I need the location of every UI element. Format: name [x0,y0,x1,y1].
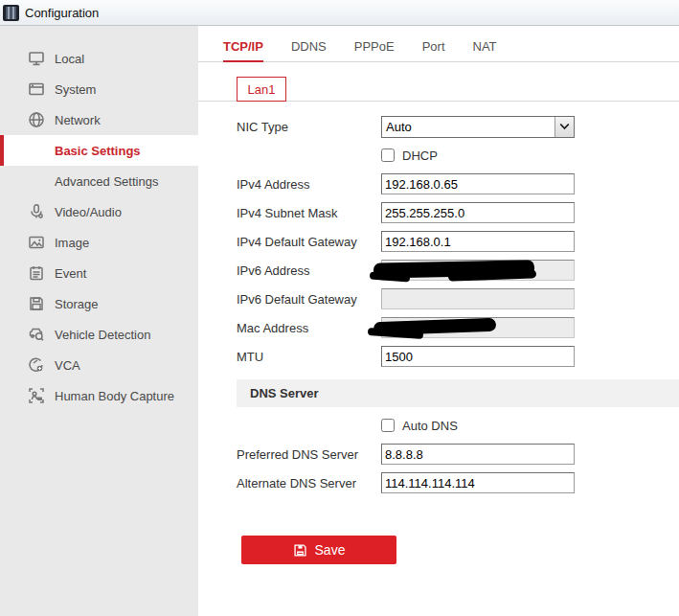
sidebar-item-storage[interactable]: Storage [0,288,198,319]
dns-section-header: DNS Server [237,379,679,407]
ipv4-subnet-mask-input[interactable] [381,202,575,223]
dhcp-label: DHCP [402,148,438,163]
save-button-label: Save [315,542,346,558]
chevron-down-icon[interactable] [555,117,574,137]
sidebar-item-label: VCA [55,358,80,373]
sidebar-item-label: Basic Settings [55,144,141,158]
tab-lan1[interactable]: Lan1 [237,77,286,102]
form-row-ipv4-default-gateway: IPv4 Default Gateway [237,227,679,256]
app-icon [3,5,19,21]
vca-icon [27,355,46,375]
ipv6-address-label: IPv6 Address [237,263,381,278]
sidebar-item-label: Event [55,266,86,281]
preferred-dns-input[interactable] [381,444,575,465]
preferred-dns-label: Preferred DNS Server [237,447,381,462]
form-row-auto-dns: Auto DNS [237,411,679,440]
tcpip-form: NIC Type Auto DHCP IPv4 Address [198,102,679,371]
sidebar-item-system[interactable]: System [0,74,198,104]
sidebar-item-human-body-capture[interactable]: Human Body Capture [0,380,198,411]
alternate-dns-input[interactable] [381,472,575,493]
form-row-preferred-dns: Preferred DNS Server [237,440,679,468]
save-icon [293,543,307,558]
sidebar-item-event[interactable]: Event [0,258,198,288]
mac-address-label: Mac Address [237,321,381,335]
sidebar-item-advanced-settings[interactable]: Advanced Settings [0,166,198,196]
ipv4-default-gateway-label: IPv4 Default Gateway [237,235,381,249]
sidebar-item-label: Network [55,113,101,127]
tab-ddns[interactable]: DDNS [291,39,327,62]
ipv4-subnet-mask-label: IPv4 Subnet Mask [237,206,381,220]
sidebar-item-label: Advanced Settings [55,174,158,189]
redaction-mark [370,272,410,283]
human-body-icon [27,386,46,405]
tab-port[interactable]: Port [422,39,445,62]
form-row-ipv4-address: IPv4 Address [237,170,679,198]
sidebar-item-label: System [55,82,96,97]
ipv6-default-gateway-label: IPv6 Default Gateway [237,292,381,307]
ipv6-default-gateway-input [381,288,575,309]
form-row-dhcp: DHCP [237,141,679,170]
window-icon [27,80,46,99]
tab-pppoe[interactable]: PPPoE [354,39,395,62]
auto-dns-checkbox[interactable] [381,419,395,432]
nic-type-value: Auto [382,120,555,134]
sidebar-item-basic-settings[interactable]: Basic Settings [0,135,198,166]
dhcp-checkbox[interactable] [381,148,395,162]
ipv4-default-gateway-input[interactable] [381,231,575,252]
sidebar-item-video-audio[interactable]: Video/Audio [0,196,198,227]
nic-type-select[interactable]: Auto [381,116,575,138]
window-titlebar: Configuration [0,0,679,26]
globe-icon [27,110,46,129]
form-row-mac-address: Mac Address [237,313,679,342]
sidebar-item-image[interactable]: Image [0,227,198,258]
ipv4-address-label: IPv4 Address [237,177,381,192]
sidebar-item-vca[interactable]: VCA [0,350,198,380]
alternate-dns-label: Alternate DNS Server [237,476,381,491]
monitor-icon [27,49,46,68]
mtu-input[interactable] [381,346,575,367]
sidebar: Local System Network Basic Settings Adva… [0,26,198,616]
event-icon [27,263,46,283]
sidebar-item-label: Human Body Capture [55,389,174,403]
sidebar-item-network[interactable]: Network [0,104,198,135]
sidebar-item-label: Storage [55,297,99,311]
image-icon [27,233,46,252]
ipv4-address-input[interactable] [381,173,575,194]
form-row-ipv6-address: IPv6 Address [237,256,679,285]
storage-icon [27,294,46,313]
sidebar-item-label: Local [55,52,84,66]
content-panel: TCP/IP DDNS PPPoE Port NAT Lan1 NIC Type… [198,26,679,616]
sidebar-item-label: Video/Audio [55,205,122,219]
window-title: Configuration [25,6,99,20]
sidebar-item-local[interactable]: Local [0,43,198,74]
form-row-nic-type: NIC Type Auto [237,112,679,141]
form-row-ipv4-subnet-mask: IPv4 Subnet Mask [237,198,679,227]
tab-tcpip[interactable]: TCP/IP [223,39,263,62]
microphone-icon [27,202,46,221]
tab-bar: TCP/IP DDNS PPPoE Port NAT [198,26,679,62]
auto-dns-label: Auto DNS [402,419,458,433]
nic-type-label: NIC Type [237,120,381,134]
sidebar-item-label: Vehicle Detection [55,328,150,342]
mtu-label: MTU [237,350,381,364]
form-row-ipv6-default-gateway: IPv6 Default Gateway [237,285,679,313]
lan-tab-strip: Lan1 [198,62,679,102]
sidebar-item-vehicle-detection[interactable]: Vehicle Detection [0,319,198,350]
form-row-alternate-dns: Alternate DNS Server [237,468,679,497]
dns-section: DNS Server Auto DNS Preferred DNS Server… [237,379,679,564]
save-button[interactable]: Save [241,536,396,564]
form-row-mtu: MTU [237,342,679,371]
vehicle-search-icon [27,325,46,344]
tab-nat[interactable]: NAT [473,39,497,62]
sidebar-item-label: Image [55,236,89,250]
